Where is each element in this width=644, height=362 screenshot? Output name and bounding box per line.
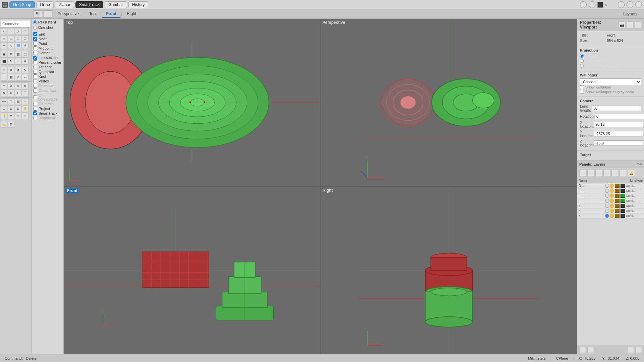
layer-row[interactable]: L... Conti... ⋮ bbox=[577, 193, 644, 198]
layer-row[interactable]: r... Conti... ⋮ bbox=[577, 208, 644, 214]
viewport-front[interactable]: Front bbox=[64, 187, 320, 354]
parallel-radio[interactable] bbox=[580, 54, 584, 58]
persistent-label[interactable]: Persistent bbox=[38, 20, 56, 24]
move-tool[interactable]: ✦ bbox=[1, 67, 7, 73]
ortho-button[interactable]: Ortho bbox=[36, 1, 54, 8]
layers-help-icon[interactable]: ? bbox=[611, 170, 619, 176]
snap-on-mesh[interactable]: On mesh bbox=[33, 102, 62, 106]
show-wallpaper-checkbox[interactable] bbox=[580, 85, 584, 89]
layer-row[interactable]: D... Conti... ⋮ bbox=[577, 183, 644, 188]
hatch-tool[interactable]: ▧ bbox=[15, 98, 21, 105]
viewport-top[interactable]: Top bbox=[64, 19, 320, 186]
copy-tool[interactable]: ⧉ bbox=[8, 67, 14, 73]
surface-tool[interactable]: ▣ bbox=[1, 51, 7, 58]
app-icon[interactable] bbox=[2, 2, 8, 8]
snap-tangent[interactable]: Tangent bbox=[33, 65, 62, 69]
layers-grid-icon[interactable]: ▦ bbox=[603, 170, 611, 176]
layout-icon[interactable]: ▣ bbox=[627, 21, 633, 28]
material-tool[interactable]: ◎ bbox=[15, 112, 21, 119]
point-tool[interactable]: · bbox=[8, 28, 14, 35]
layers-obj-icon[interactable]: □ bbox=[595, 170, 603, 176]
snap-knot[interactable]: Knot bbox=[33, 74, 62, 78]
align-tool[interactable]: ⊷ bbox=[22, 74, 29, 80]
layer-row[interactable]: s Conti... ⋮ bbox=[577, 214, 644, 219]
mirror-tool[interactable]: ⊣ bbox=[1, 74, 7, 80]
freeform-tool[interactable]: 〜 bbox=[1, 42, 7, 49]
polyline-tool[interactable]: ⌒ bbox=[22, 28, 29, 35]
zloc-input[interactable] bbox=[594, 140, 643, 146]
explode-tool[interactable]: ⊛ bbox=[22, 82, 29, 89]
wallpaper-dropdown[interactable]: Choose... bbox=[580, 78, 641, 85]
snap-end[interactable]: End bbox=[33, 32, 62, 36]
boolean-int[interactable]: ⊓ bbox=[15, 89, 21, 96]
grid-snap-button[interactable]: Grid Snap bbox=[9, 1, 35, 8]
spiral-tool[interactable]: ↺ bbox=[22, 42, 29, 49]
snap-vertex[interactable]: Vertex bbox=[33, 79, 62, 83]
layer-row[interactable]: s... Conti... ⋮ bbox=[577, 203, 644, 208]
layers-gear-icon[interactable]: ⚙▾ bbox=[636, 162, 642, 167]
light-tool[interactable]: 💡 bbox=[1, 112, 7, 119]
perspective-radio[interactable] bbox=[580, 59, 584, 63]
snap-smarttrack[interactable]: SmartTrack bbox=[33, 111, 62, 115]
show-gray-checkbox[interactable] bbox=[580, 90, 584, 94]
fillet-tool[interactable]: ⌒ bbox=[22, 89, 29, 96]
cage-edit-tool[interactable]: ⊟ bbox=[8, 121, 14, 128]
snap-quadrant[interactable]: Quadrant bbox=[33, 70, 62, 74]
zoom-window[interactable]: ⊞ bbox=[8, 105, 14, 112]
tab-right[interactable]: Right bbox=[123, 10, 140, 18]
lens-input[interactable] bbox=[592, 106, 641, 111]
analyze-tool[interactable]: 📐 bbox=[1, 121, 7, 128]
array-tool[interactable]: ▦ bbox=[8, 74, 14, 80]
layouts-button[interactable]: Layouts... bbox=[620, 11, 644, 17]
boolean-union[interactable]: ⊎ bbox=[1, 89, 7, 96]
snap-on-polysurface[interactable]: On polysurface bbox=[33, 93, 62, 101]
extrude-tool[interactable]: ⬛ bbox=[1, 58, 7, 65]
props-gear-icon[interactable]: ⚙ bbox=[635, 21, 641, 28]
rotation-input[interactable] bbox=[595, 114, 644, 119]
plane-tool[interactable]: ▦ bbox=[15, 51, 21, 58]
layers-settings-button[interactable]: ⚙ bbox=[627, 347, 634, 353]
planar-button[interactable]: Planar bbox=[55, 1, 74, 8]
oneshot-radio[interactable] bbox=[33, 26, 37, 29]
patch-tool[interactable]: ⊞ bbox=[8, 51, 14, 58]
leader-tool[interactable]: → bbox=[22, 98, 29, 105]
viewport-perspective[interactable]: Perspective bbox=[321, 19, 577, 186]
rectangle-tool[interactable]: □ bbox=[15, 35, 21, 42]
split-tool[interactable]: ⊘ bbox=[8, 82, 14, 89]
layer-row[interactable]: L... Conti... ⋮ bbox=[577, 198, 644, 203]
xloc-input[interactable] bbox=[594, 122, 643, 127]
rotate-tool[interactable]: ↺ bbox=[15, 67, 21, 73]
join-tool[interactable]: ⊂ bbox=[15, 82, 21, 89]
tab-top[interactable]: Top bbox=[85, 10, 100, 18]
environment-tool[interactable]: ○ bbox=[22, 112, 29, 119]
command-input[interactable] bbox=[1, 20, 30, 27]
line-tool[interactable]: ╱ bbox=[15, 28, 21, 35]
revolve-tool[interactable]: ↻ bbox=[8, 58, 14, 65]
pan-tool[interactable]: ✋ bbox=[22, 105, 29, 112]
color-square[interactable] bbox=[597, 2, 603, 8]
single-view-button[interactable]: □ bbox=[44, 10, 52, 18]
snap-disable-all[interactable]: Disable all bbox=[33, 116, 62, 120]
snap-midpoint[interactable]: Midpoint bbox=[33, 46, 62, 50]
tab-perspective[interactable]: Perspective bbox=[54, 10, 83, 18]
scale-tool[interactable]: ⤡ bbox=[22, 67, 29, 73]
layers-add-icon[interactable]: + bbox=[587, 170, 595, 176]
dimension-tool[interactable]: ⟺ bbox=[1, 98, 7, 105]
add-layer-button[interactable]: + bbox=[579, 347, 586, 353]
history-button[interactable]: History bbox=[128, 1, 148, 8]
viewport-right[interactable]: Right bbox=[321, 187, 577, 354]
boolean-diff[interactable]: ⊖ bbox=[8, 89, 14, 96]
gumball-button[interactable]: Gumball bbox=[105, 1, 127, 8]
camera-icon[interactable]: 📷 bbox=[619, 21, 625, 28]
sweep-tool[interactable]: ⊃ bbox=[15, 58, 21, 65]
target-button[interactable]: ⊙ bbox=[589, 1, 595, 8]
back-button[interactable]: ◀ bbox=[580, 1, 587, 8]
layers-dropdown-button[interactable]: ▾ bbox=[635, 347, 642, 353]
snap-near[interactable]: Near bbox=[33, 37, 62, 41]
snap-center[interactable]: Center bbox=[33, 51, 62, 55]
close-button[interactable]: ✕ bbox=[635, 1, 642, 8]
loft-tool[interactable]: ⬚ bbox=[22, 51, 29, 58]
text-tool[interactable]: T bbox=[8, 98, 14, 105]
arc-tool[interactable]: ⌓ bbox=[8, 35, 14, 42]
select-tool[interactable]: ↖ bbox=[1, 28, 7, 35]
